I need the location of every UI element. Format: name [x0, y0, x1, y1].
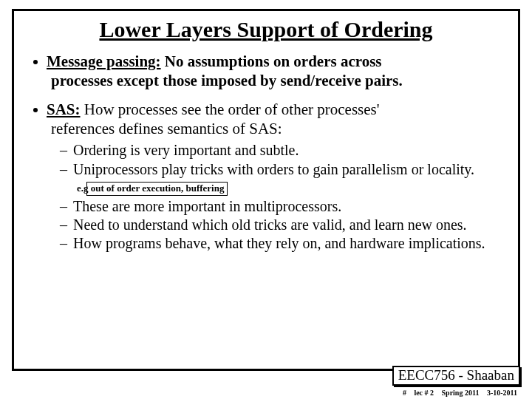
sub-text: Uniprocessors play tricks with orders to…: [73, 161, 474, 177]
sub-item: –These are more important in multiproces…: [60, 197, 502, 215]
sub-item: –Ordering is very important and subtle.: [60, 141, 502, 159]
dash-icon: –: [60, 198, 67, 214]
bullet-list: Message passing: No assumptions on order…: [30, 52, 502, 253]
bullet-text-a: No assumptions on orders across: [161, 52, 382, 70]
bullet-text-a: How processes see the order of other pro…: [81, 100, 380, 118]
slide-title: Lower Layers Support of Ordering: [30, 17, 502, 42]
bullet-1: Message passing: No assumptions on order…: [33, 52, 502, 90]
sub-text: These are more important in multiprocess…: [73, 198, 341, 214]
course-footer-box: EECC756 - Shaaban: [392, 366, 520, 386]
dash-icon: –: [60, 161, 67, 177]
footer-lec: lec # 2: [414, 389, 434, 397]
bullet-lead: Message passing:: [47, 52, 161, 70]
bullet-dot-icon: [33, 60, 38, 64]
sub-text: Ordering is very important and subtle.: [73, 142, 299, 158]
sub-text: How programs behave, what they rely on, …: [73, 235, 485, 251]
footer-term: Spring 2011: [442, 389, 480, 397]
sub-item: –How programs behave, what they rely on,…: [60, 234, 502, 252]
bullet-dot-icon: [33, 108, 38, 112]
dash-icon: –: [60, 216, 67, 233]
bullet-2: SAS: How processes see the order of othe…: [33, 100, 502, 253]
bullet-text-b: processes except those imposed by send/r…: [33, 72, 502, 91]
sub-item: –Uniprocessors play tricks with orders t…: [60, 160, 502, 197]
footer-meta: # lec # 2 Spring 2011 3-10-2011: [397, 389, 517, 397]
slide-frame: Lower Layers Support of Ordering Message…: [12, 9, 520, 371]
footer-date: 3-10-2011: [487, 389, 517, 397]
dash-icon: –: [60, 235, 67, 251]
footer-hash: #: [403, 389, 406, 397]
bullet-lead: SAS:: [47, 100, 81, 118]
sub-text: Need to understand which old tricks are …: [73, 216, 467, 233]
annotation-box: e.g out of order execution, buffering: [86, 182, 228, 195]
dash-icon: –: [60, 142, 67, 158]
sub-item: –Need to understand which old tricks are…: [60, 216, 502, 233]
sub-list: –Ordering is very important and subtle. …: [33, 141, 502, 252]
bullet-text-b: references defines semantics of SAS:: [33, 120, 502, 139]
